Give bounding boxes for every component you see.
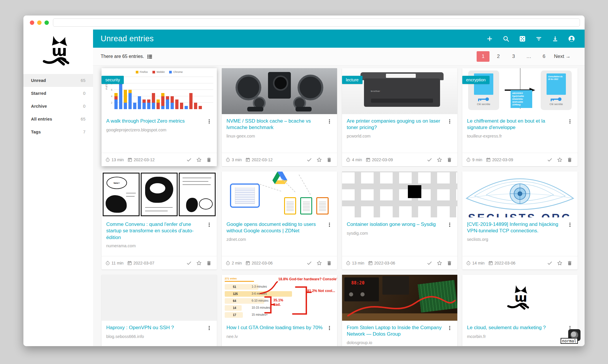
- filter-button[interactable]: [532, 33, 545, 44]
- sidebar-item-all-entries[interactable]: All entries65: [23, 113, 93, 126]
- entry-card[interactable]: Clé secrèteAB12#D91SFga@GsdfdsGDds01DbvS…: [462, 68, 578, 166]
- favorite-button[interactable]: [555, 155, 564, 164]
- pagination-page-3[interactable]: 3: [507, 51, 520, 62]
- delete-button[interactable]: [205, 155, 213, 164]
- delete-button[interactable]: [565, 155, 574, 164]
- mark-read-button[interactable]: [185, 259, 193, 267]
- sidebar-item-starred[interactable]: Starred0: [23, 87, 93, 100]
- wallabag-logo[interactable]: ɯ: [23, 30, 93, 74]
- url-bar[interactable]: [53, 18, 580, 27]
- mark-read-button[interactable]: [425, 155, 434, 164]
- entry-card[interactable]: FirefoxWebkitChrome# of bugs2468 A walk …: [102, 68, 217, 166]
- kebab-menu-icon[interactable]: [206, 222, 212, 228]
- favorite-button[interactable]: [315, 155, 324, 164]
- kebab-menu-icon[interactable]: [327, 119, 332, 125]
- maximize-button[interactable]: [44, 20, 49, 25]
- kebab-menu-icon[interactable]: [206, 119, 212, 125]
- entry-title-link[interactable]: Comme Convenu : quand l'enfer d'une star…: [106, 221, 205, 241]
- add-entry-button[interactable]: [483, 33, 496, 44]
- entry-title-link[interactable]: Are printer companies gouging us on lase…: [347, 118, 445, 131]
- export-button[interactable]: [548, 33, 562, 44]
- kebab-menu-icon[interactable]: [327, 325, 332, 332]
- delete-button[interactable]: [325, 259, 334, 267]
- pagination-page-2[interactable]: 2: [492, 51, 505, 62]
- entry-title-link[interactable]: [CVE-2019-14899] Inferring and hijacking…: [467, 221, 565, 234]
- ciphertext-box: AB12#D91SFga@GsdfdsGDds01DbvSDSFvel091@3…: [511, 90, 532, 108]
- favorite-button[interactable]: [315, 259, 324, 267]
- mark-read-button[interactable]: [305, 259, 314, 267]
- tag-chip-lecture[interactable]: lecture: [342, 76, 363, 84]
- entry-image-thumbnail[interactable]: Salut !: [102, 171, 217, 217]
- kebab-menu-icon[interactable]: [447, 119, 453, 125]
- entry-card[interactable]: Container isolation gone wrong – Sysdig …: [342, 171, 457, 269]
- entry-title-link[interactable]: Haproxy : OpenVPN ou SSH ?: [106, 324, 205, 331]
- pagination-page-6[interactable]: 6: [537, 51, 550, 62]
- list-view-icon[interactable]: [147, 54, 153, 60]
- entry-card[interactable]: Salut ! Comme Convenu : quand l'enfer d'…: [102, 171, 217, 269]
- entry-card[interactable]: 271 votes511-3 minutes1253-6 minutes646-…: [222, 275, 337, 346]
- entry-title-link[interactable]: Le chiffrement de bout en bout et la sig…: [467, 118, 565, 131]
- entry-image-thumbnail[interactable]: 88:20: [342, 275, 457, 321]
- kebab-menu-icon[interactable]: [447, 325, 453, 332]
- mark-read-button[interactable]: [425, 259, 434, 267]
- kebab-menu-icon[interactable]: [567, 222, 573, 228]
- favorite-button[interactable]: [435, 155, 444, 164]
- entry-title-link[interactable]: How I cut GTA Online loading times by 70…: [226, 324, 325, 331]
- trash-icon: [446, 157, 452, 163]
- minimize-button[interactable]: [37, 20, 42, 25]
- entry-title-link[interactable]: NVME / SSD block cache – bcache vs lvmca…: [226, 118, 325, 131]
- star-icon: [196, 157, 202, 163]
- entry-card[interactable]: 88:20 From Stolen Laptop to Inside the C…: [342, 275, 457, 346]
- tag-chip-security[interactable]: security: [102, 76, 124, 84]
- delete-button[interactable]: [205, 259, 213, 267]
- mark-read-button[interactable]: [545, 259, 554, 267]
- delete-button[interactable]: [325, 155, 334, 164]
- entry-card[interactable]: SECLISTS.ORG [CVE-2019-14899] Inferring …: [462, 171, 578, 269]
- entry-card[interactable]: Google opens document editing to users w…: [222, 171, 337, 269]
- entry-image-thumbnail[interactable]: [342, 171, 457, 217]
- entry-card[interactable]: brother Are printer companies gouging us…: [342, 68, 457, 166]
- favorite-button[interactable]: [555, 259, 564, 267]
- pagination-next[interactable]: Next →: [553, 51, 572, 62]
- sidebar-item-tags[interactable]: Tags7: [23, 126, 93, 138]
- kebab-menu-icon[interactable]: [206, 325, 212, 332]
- entry-image-thumbnail[interactable]: FirefoxWebkitChrome# of bugs2468: [102, 68, 217, 114]
- entry-image-thumbnail[interactable]: SECLISTS.ORG: [462, 171, 578, 217]
- entry-title-link[interactable]: Container isolation gone wrong – Sysdig: [347, 221, 445, 228]
- search-button[interactable]: [499, 33, 513, 44]
- printer-photo: brother: [342, 68, 457, 114]
- sidebar-item-unread[interactable]: Unread65: [23, 74, 93, 87]
- delete-button[interactable]: [445, 155, 454, 164]
- sidebar-item-archive[interactable]: Archive0: [23, 100, 93, 113]
- pagination-page-1[interactable]: 1: [477, 51, 490, 62]
- favorite-button[interactable]: [195, 155, 203, 164]
- mark-read-button[interactable]: [545, 155, 554, 164]
- entry-image-thumbnail[interactable]: [102, 275, 217, 321]
- kebab-menu-icon[interactable]: [327, 222, 332, 228]
- entry-title-link[interactable]: A walk through Project Zero metrics: [106, 118, 205, 124]
- entry-card[interactable]: NVME / SSD block cache – bcache vs lvmca…: [222, 68, 337, 166]
- tag-chip-encryption[interactable]: encryption: [462, 76, 490, 84]
- entry-title-link[interactable]: Le cloud, seulement du marketing ?: [467, 324, 565, 331]
- close-button[interactable]: [30, 20, 34, 25]
- account-button[interactable]: [565, 33, 578, 44]
- mark-read-button[interactable]: [305, 155, 314, 164]
- entry-image-thumbnail[interactable]: [222, 68, 337, 114]
- favorite-button[interactable]: [435, 259, 444, 267]
- entry-image-thumbnail[interactable]: ɯ: [462, 275, 578, 321]
- entry-image-thumbnail[interactable]: 271 votes511-3 minutes1253-6 minutes646-…: [222, 275, 337, 321]
- entry-title-link[interactable]: Google opens document editing to users w…: [226, 221, 325, 234]
- entry-card[interactable]: Haproxy : OpenVPN ou SSH ? blog.seboss66…: [102, 275, 217, 346]
- kebab-menu-icon[interactable]: [447, 222, 453, 228]
- entry-image-thumbnail[interactable]: [222, 171, 337, 217]
- entry-image-thumbnail[interactable]: brother: [342, 68, 457, 114]
- kebab-menu-icon[interactable]: [567, 119, 573, 125]
- random-entry-button[interactable]: [516, 33, 529, 44]
- delete-button[interactable]: [565, 259, 574, 267]
- entry-title-link[interactable]: From Stolen Laptop to Inside the Company…: [347, 324, 445, 338]
- entry-card[interactable]: ɯ Le cloud, seulement du marketing ? mco…: [462, 275, 578, 346]
- entry-image-thumbnail[interactable]: Clé secrèteAB12#D91SFga@GsdfdsGDds01DbvS…: [462, 68, 578, 114]
- delete-button[interactable]: [445, 259, 454, 267]
- mark-read-button[interactable]: [185, 155, 193, 164]
- favorite-button[interactable]: [195, 259, 203, 267]
